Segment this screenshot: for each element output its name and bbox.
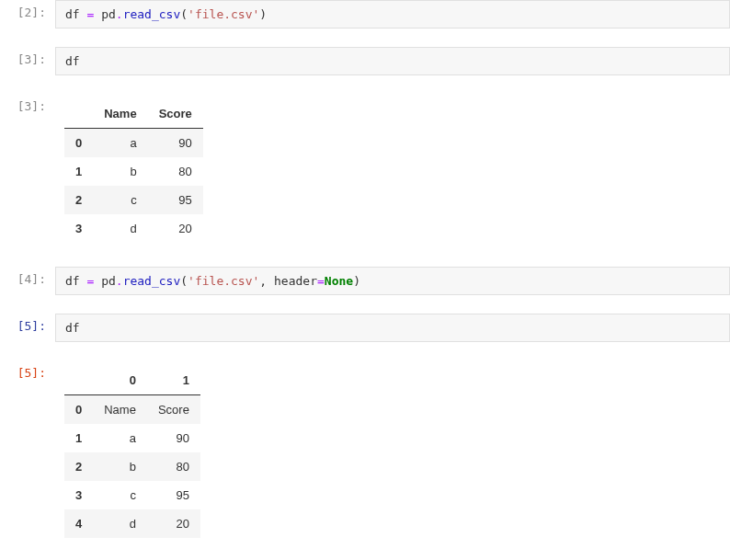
table-cell: 20 <box>148 214 203 243</box>
table-cell: b <box>93 157 147 186</box>
table-row: 1b80 <box>64 157 203 186</box>
table-cell: d <box>93 509 147 538</box>
table-row: 4d20 <box>64 509 200 538</box>
table-header <box>64 366 93 395</box>
row-index: 0 <box>64 395 93 425</box>
table-row: 0NameScore <box>64 395 200 425</box>
table-row: 0a90 <box>64 129 203 158</box>
code-cell: [3]: df <box>0 47 730 75</box>
row-index: 3 <box>64 214 93 243</box>
table-row: 2b80 <box>64 452 200 481</box>
table-header: Name <box>93 99 147 129</box>
table-row: 3d20 <box>64 214 203 243</box>
input-prompt: [4]: <box>0 267 55 295</box>
row-index: 1 <box>64 424 93 452</box>
table-cell: 95 <box>147 481 200 509</box>
row-index: 2 <box>64 186 93 214</box>
table-cell: 80 <box>147 452 200 481</box>
table-cell: 90 <box>147 424 200 452</box>
output-prompt: [5]: <box>0 360 55 543</box>
table-row: 3c95 <box>64 481 200 509</box>
table-cell: c <box>93 481 147 509</box>
dataframe-table: NameScore0a901b802c953d20 <box>64 99 203 243</box>
row-index: 0 <box>64 129 93 158</box>
table-cell: Name <box>93 395 147 425</box>
table-cell: d <box>93 214 147 243</box>
table-cell: c <box>93 186 147 214</box>
table-row: 1a90 <box>64 424 200 452</box>
input-prompt: [5]: <box>0 314 55 342</box>
code-cell: [4]: df = pd.read_csv('file.csv', header… <box>0 267 730 295</box>
table-cell: a <box>93 424 147 452</box>
table-header: 1 <box>147 366 200 395</box>
output-cell: [5]: 010NameScore1a902b803c954d20 <box>0 360 730 543</box>
output-cell: [3]: NameScore0a901b802c953d20 <box>0 94 730 248</box>
row-index: 3 <box>64 481 93 509</box>
output-prompt: [3]: <box>0 94 55 248</box>
dataframe-output: NameScore0a901b802c953d20 <box>55 94 730 248</box>
table-cell: b <box>93 452 147 481</box>
table-header: 0 <box>93 366 147 395</box>
row-index: 1 <box>64 157 93 186</box>
row-index: 4 <box>64 509 93 538</box>
table-cell: 20 <box>147 509 200 538</box>
table-cell: 80 <box>148 157 203 186</box>
input-prompt: [2]: <box>0 0 55 29</box>
code-input[interactable]: df <box>55 314 730 342</box>
table-row: 2c95 <box>64 186 203 214</box>
row-index: 2 <box>64 452 93 481</box>
code-cell: [5]: df <box>0 314 730 342</box>
table-cell: 95 <box>148 186 203 214</box>
input-prompt: [3]: <box>0 47 55 75</box>
code-input[interactable]: df <box>55 47 730 75</box>
table-cell: 90 <box>148 129 203 158</box>
table-cell: Score <box>147 395 200 425</box>
code-input[interactable]: df = pd.read_csv('file.csv') <box>55 0 730 29</box>
dataframe-output: 010NameScore1a902b803c954d20 <box>55 360 730 543</box>
table-header <box>64 99 93 129</box>
code-cell: [2]: df = pd.read_csv('file.csv') <box>0 0 730 29</box>
code-input[interactable]: df = pd.read_csv('file.csv', header=None… <box>55 267 730 295</box>
dataframe-table: 010NameScore1a902b803c954d20 <box>64 366 200 538</box>
table-cell: a <box>93 129 147 158</box>
table-header: Score <box>148 99 203 129</box>
